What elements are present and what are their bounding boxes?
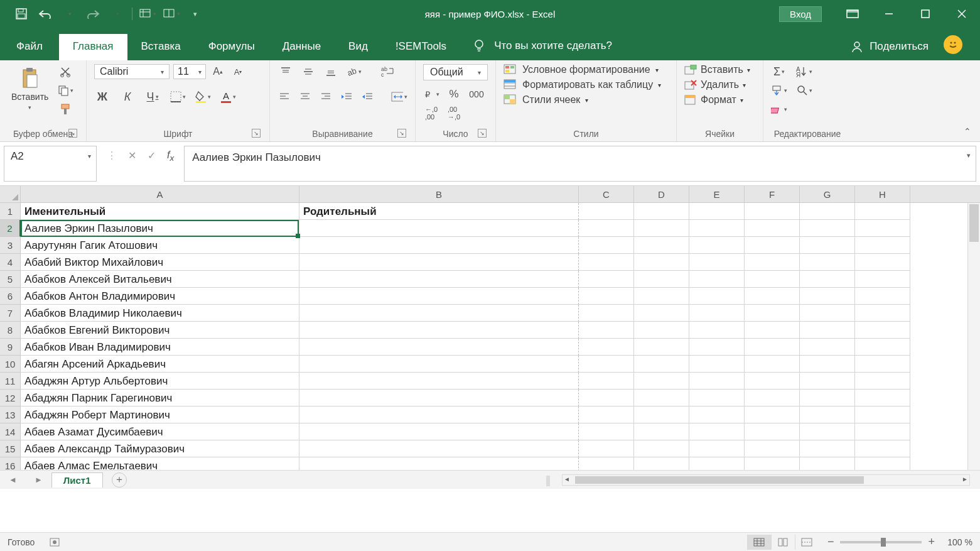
cell-G1[interactable] — [800, 203, 855, 220]
cell-G16[interactable] — [800, 457, 855, 470]
orientation-icon[interactable]: ab — [345, 64, 362, 79]
insert-cells-button[interactable]: Вставить▾ — [684, 64, 755, 75]
cell-G7[interactable] — [800, 305, 855, 322]
cell-D6[interactable] — [634, 288, 689, 305]
clear-icon[interactable] — [771, 102, 787, 117]
cell-H9[interactable] — [855, 339, 910, 356]
cell-A7[interactable]: Абабков Владимир Николаевич — [21, 305, 299, 322]
vertical-scrollbar[interactable] — [967, 203, 980, 470]
accounting-format-icon[interactable]: ₽ — [423, 87, 439, 102]
redo-icon[interactable] — [83, 5, 103, 23]
align-bottom-icon[interactable] — [323, 64, 339, 79]
row-headers[interactable]: 12345678910111213141516 — [0, 203, 21, 470]
bold-button[interactable]: Ж — [94, 89, 110, 104]
worksheet-grid[interactable]: ABCDEFGH 12345678910111213141516 Имените… — [0, 186, 980, 470]
cell-F4[interactable] — [745, 254, 800, 271]
cell-D10[interactable] — [634, 356, 689, 373]
cell-G8[interactable] — [800, 322, 855, 339]
cell-styles-button[interactable]: Стили ячеек▾ — [503, 94, 669, 106]
sheet-tab-1[interactable]: Лист1 — [51, 472, 103, 488]
cell-A3[interactable]: Аарутунян Гагик Атошович — [21, 237, 299, 254]
cell-G6[interactable] — [800, 288, 855, 305]
new-sheet-button[interactable]: ＋ — [112, 472, 127, 488]
qat-customize-dropdown[interactable]: ▾ — [185, 5, 205, 23]
decrease-font-icon[interactable]: A▾ — [230, 64, 246, 79]
column-header-B[interactable]: B — [299, 186, 579, 202]
font-launcher[interactable]: ↘ — [252, 129, 261, 138]
cell-C11[interactable] — [579, 373, 634, 390]
cell-G5[interactable] — [800, 271, 855, 288]
cell-A2[interactable]: Аалиев Эркин Пазылович — [21, 220, 299, 237]
cell-B2[interactable] — [299, 220, 579, 237]
cell-B14[interactable] — [299, 423, 579, 440]
cell-F3[interactable] — [745, 237, 800, 254]
maximize-icon[interactable] — [907, 0, 944, 28]
column-header-F[interactable]: F — [745, 186, 800, 202]
row-header-12[interactable]: 12 — [0, 390, 21, 406]
cell-A13[interactable]: Абаджян Роберт Мартинович — [21, 406, 299, 423]
cell-C8[interactable] — [579, 322, 634, 339]
cell-D3[interactable] — [634, 237, 689, 254]
cell-H10[interactable] — [855, 356, 910, 373]
cell-B8[interactable] — [299, 322, 579, 339]
formula-input[interactable]: Аалиев Эркин Пазылович▾ — [184, 146, 976, 182]
tab-home[interactable]: Главная — [59, 34, 127, 60]
cell-A1[interactable]: Именительный — [21, 203, 299, 220]
cell-H3[interactable] — [855, 237, 910, 254]
row-header-9[interactable]: 9 — [0, 339, 21, 356]
format-painter-icon[interactable] — [57, 102, 73, 117]
cell-D1[interactable] — [634, 203, 689, 220]
align-top-icon[interactable] — [277, 64, 294, 79]
fill-color-icon[interactable] — [195, 89, 211, 104]
cell-C5[interactable] — [579, 271, 634, 288]
cell-A9[interactable]: Абабков Иван Владимирович — [21, 339, 299, 356]
zoom-out-button[interactable]: − — [827, 535, 834, 548]
cell-D5[interactable] — [634, 271, 689, 288]
macro-record-icon[interactable] — [50, 538, 61, 547]
cell-E11[interactable] — [689, 373, 745, 390]
row-header-10[interactable]: 10 — [0, 356, 21, 373]
dots-icon[interactable]: ⋮ — [107, 150, 117, 161]
ribbon-options-icon[interactable] — [834, 0, 871, 28]
cell-C6[interactable] — [579, 288, 634, 305]
cell-E15[interactable] — [689, 440, 745, 457]
cell-C9[interactable] — [579, 339, 634, 356]
underline-button[interactable]: Ч — [144, 89, 161, 104]
format-cells-button[interactable]: Формат▾ — [684, 94, 755, 106]
sheet-nav-prev[interactable]: ◄ — [0, 475, 26, 484]
tab-semtools[interactable]: !SEMTools — [382, 34, 460, 60]
column-header-H[interactable]: H — [855, 186, 910, 202]
tab-view[interactable]: Вид — [335, 34, 382, 60]
increase-font-icon[interactable]: A▴ — [210, 64, 226, 79]
cell-F2[interactable] — [745, 220, 800, 237]
cell-E1[interactable] — [689, 203, 745, 220]
cell-B15[interactable] — [299, 440, 579, 457]
cell-B6[interactable] — [299, 288, 579, 305]
row-header-15[interactable]: 15 — [0, 440, 21, 457]
cell-E5[interactable] — [689, 271, 745, 288]
cell-G9[interactable] — [800, 339, 855, 356]
cell-A12[interactable]: Абаджян Парник Гарегинович — [21, 390, 299, 406]
cell-D15[interactable] — [634, 440, 689, 457]
tab-scroll-split[interactable] — [546, 476, 550, 486]
find-select-icon[interactable] — [796, 83, 812, 98]
select-all-button[interactable] — [0, 186, 21, 203]
cell-H2[interactable] — [855, 220, 910, 237]
cell-H12[interactable] — [855, 390, 910, 406]
row-header-8[interactable]: 8 — [0, 322, 21, 339]
cell-F13[interactable] — [745, 406, 800, 423]
tab-file[interactable]: Файл — [0, 34, 59, 60]
comma-format-icon[interactable]: 000 — [468, 87, 485, 102]
cell-C16[interactable] — [579, 457, 634, 470]
cell-C10[interactable] — [579, 356, 634, 373]
cell-G12[interactable] — [800, 390, 855, 406]
tab-insert[interactable]: Вставка — [127, 34, 195, 60]
copy-icon[interactable] — [57, 83, 73, 98]
alignment-launcher[interactable]: ↘ — [397, 129, 406, 138]
cell-E2[interactable] — [689, 220, 745, 237]
cell-E14[interactable] — [689, 423, 745, 440]
font-size-combo[interactable]: 11▾ — [173, 64, 206, 79]
cell-H6[interactable] — [855, 288, 910, 305]
cell-C7[interactable] — [579, 305, 634, 322]
column-headers[interactable]: ABCDEFGH — [21, 186, 980, 203]
